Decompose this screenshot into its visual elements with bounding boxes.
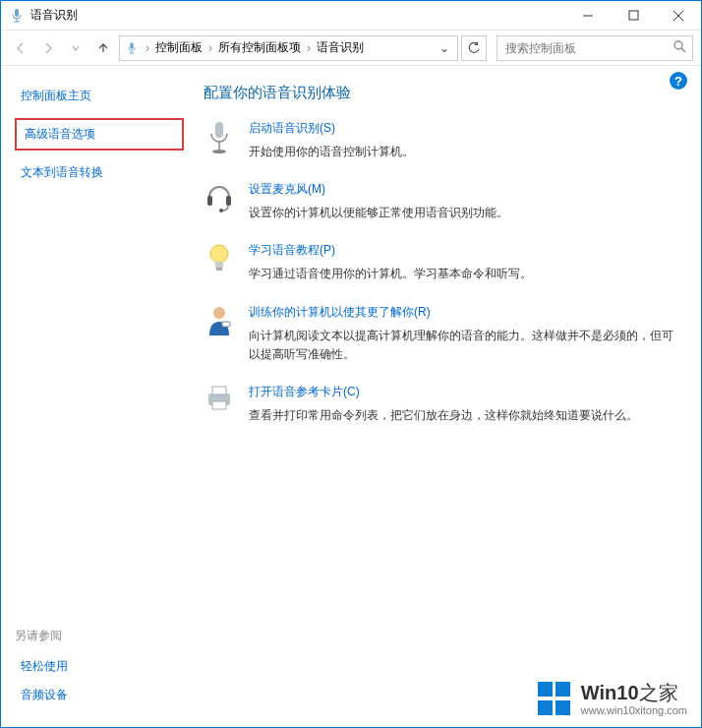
svg-point-21 bbox=[213, 307, 225, 319]
svg-rect-12 bbox=[215, 122, 223, 138]
option-link[interactable]: 设置麦克风(M) bbox=[249, 181, 681, 198]
titlebar: 语音识别 bbox=[1, 1, 701, 30]
option-train: 训练你的计算机以使其更了解你(R) 向计算机阅读文本以提高计算机理解你的语音的能… bbox=[204, 304, 681, 364]
up-button[interactable] bbox=[91, 36, 115, 60]
option-start-speech: 启动语音识别(S) 开始使用你的语音控制计算机。 bbox=[204, 120, 681, 161]
option-desc: 查看并打印常用命令列表，把它们放在身边，这样你就始终知道要说什么。 bbox=[249, 406, 681, 425]
navbar: › 控制面板 › 所有控制面板项 › 语音识别 ⌄ bbox=[1, 30, 701, 66]
svg-point-17 bbox=[219, 209, 223, 212]
option-link[interactable]: 学习语音教程(P) bbox=[249, 242, 681, 259]
breadcrumb[interactable]: › 控制面板 › 所有控制面板项 › 语音识别 ⌄ bbox=[119, 35, 458, 61]
svg-rect-22 bbox=[222, 322, 230, 327]
option-link[interactable]: 启动语音识别(S) bbox=[249, 120, 681, 137]
watermark-title: Win10之家 bbox=[581, 681, 687, 704]
mic-icon bbox=[9, 8, 25, 24]
sidebar-home-link[interactable]: 控制面板主页 bbox=[21, 88, 178, 104]
close-button[interactable] bbox=[656, 1, 701, 30]
windows-logo-icon bbox=[538, 682, 571, 715]
content: ? 配置你的语音识别体验 启动语音识别(S) 开始使用你的语音控制计算机。 设置… bbox=[198, 66, 701, 727]
chevron-right-icon: › bbox=[208, 41, 212, 55]
search-input[interactable] bbox=[503, 40, 673, 56]
option-setup-mic: 设置麦克风(M) 设置你的计算机以便能够正常使用语音识别功能。 bbox=[204, 181, 681, 222]
option-desc: 设置你的计算机以便能够正常使用语音识别功能。 bbox=[249, 204, 681, 222]
option-desc: 开始使用你的语音控制计算机。 bbox=[249, 143, 681, 161]
watermark-url: www.win10xitong.com bbox=[581, 704, 687, 717]
svg-point-18 bbox=[210, 245, 228, 263]
svg-rect-4 bbox=[629, 11, 638, 20]
svg-rect-15 bbox=[207, 196, 212, 206]
back-button[interactable] bbox=[9, 36, 32, 60]
mic-icon bbox=[124, 41, 140, 55]
option-desc: 向计算机阅读文本以提高计算机理解你的语音的能力。这样做并不是必须的，但可以提高听… bbox=[249, 327, 681, 364]
chevron-right-icon: › bbox=[307, 41, 311, 55]
microphone-icon bbox=[204, 120, 235, 159]
refresh-button[interactable] bbox=[461, 35, 487, 61]
svg-rect-20 bbox=[216, 268, 222, 271]
svg-rect-7 bbox=[130, 42, 133, 49]
lightbulb-icon bbox=[204, 242, 235, 281]
svg-rect-16 bbox=[226, 196, 231, 206]
option-tutorial: 学习语音教程(P) 学习通过语音使用你的计算机。学习基本命令和听写。 bbox=[204, 242, 681, 283]
sidebar: 控制面板主页 高级语音选项 文本到语音转换 另请参阅 轻松使用 音频设备 bbox=[1, 66, 198, 727]
option-reference-card: 打开语音参考卡片(C) 查看并打印常用命令列表，把它们放在身边，这样你就始终知道… bbox=[204, 384, 681, 425]
svg-point-10 bbox=[674, 41, 682, 49]
window-title: 语音识别 bbox=[30, 7, 78, 24]
option-link[interactable]: 训练你的计算机以使其更了解你(R) bbox=[249, 304, 681, 321]
see-also-audio[interactable]: 音频设备 bbox=[21, 687, 178, 703]
recent-dropdown[interactable] bbox=[64, 36, 88, 60]
maximize-button[interactable] bbox=[611, 1, 656, 30]
sidebar-advanced-link[interactable]: 高级语音选项 bbox=[15, 118, 184, 151]
search-box[interactable] bbox=[497, 35, 693, 61]
option-link[interactable]: 打开语音参考卡片(C) bbox=[249, 384, 681, 400]
help-icon[interactable]: ? bbox=[670, 72, 687, 90]
person-icon bbox=[204, 304, 235, 343]
svg-rect-19 bbox=[215, 262, 223, 268]
breadcrumb-item[interactable]: 控制面板 bbox=[155, 39, 203, 56]
svg-rect-25 bbox=[212, 401, 226, 409]
svg-rect-0 bbox=[15, 9, 19, 17]
page-heading: 配置你的语音识别体验 bbox=[204, 84, 681, 102]
svg-point-14 bbox=[212, 150, 226, 153]
see-also-label: 另请参阅 bbox=[15, 628, 184, 644]
watermark: Win10之家 www.win10xitong.com bbox=[538, 681, 687, 717]
chevron-right-icon: › bbox=[146, 41, 149, 55]
see-also-ease[interactable]: 轻松使用 bbox=[21, 658, 178, 675]
minimize-button[interactable] bbox=[565, 1, 611, 30]
sidebar-tts-link[interactable]: 文本到语音转换 bbox=[21, 164, 178, 181]
svg-rect-24 bbox=[212, 387, 226, 394]
chevron-down-icon[interactable]: ⌄ bbox=[436, 41, 453, 55]
search-icon[interactable] bbox=[673, 39, 686, 56]
forward-button[interactable] bbox=[36, 36, 60, 60]
option-desc: 学习通过语音使用你的计算机。学习基本命令和听写。 bbox=[249, 265, 681, 283]
printer-icon bbox=[204, 384, 235, 423]
breadcrumb-item[interactable]: 语音识别 bbox=[317, 39, 364, 56]
headset-icon bbox=[204, 181, 235, 220]
svg-line-11 bbox=[681, 48, 685, 52]
breadcrumb-item[interactable]: 所有控制面板项 bbox=[218, 39, 301, 56]
